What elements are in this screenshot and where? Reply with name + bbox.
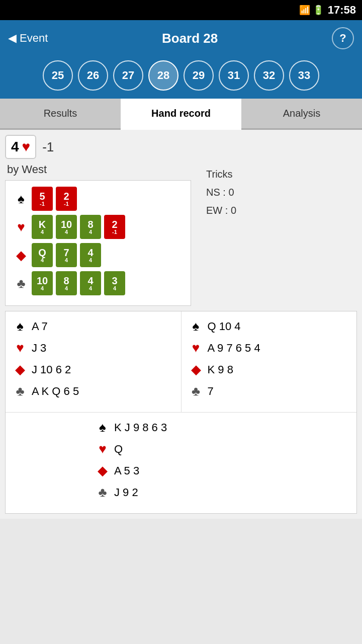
tab-hand-record[interactable]: Hand record xyxy=(121,99,241,130)
north-spade-2: 2-1 xyxy=(56,187,77,211)
north-hand: ♠ 5-1 2-1 ♥ K4 104 xyxy=(5,180,191,306)
north-diamonds-row: ◆ Q4 74 44 xyxy=(14,243,183,267)
north-clubs-row: ♣ 104 84 44 34 xyxy=(14,271,183,295)
west-diamond-icon: ◆ xyxy=(13,362,28,377)
back-label: Event xyxy=(20,32,48,45)
west-east-row: ♠ A 7 ♥ J 3 ◆ J 10 6 2 ♣ A K Q 6 5 xyxy=(6,311,356,412)
help-button[interactable]: ? xyxy=(332,27,354,49)
east-diamonds: ◆ K 9 8 xyxy=(189,362,350,377)
back-icon: ◀ xyxy=(8,32,17,45)
status-icons: 📶 🔋 xyxy=(299,5,324,16)
board-25[interactable]: 25 xyxy=(43,60,73,91)
board-32[interactable]: 32 xyxy=(254,60,284,91)
status-bar: 📶 🔋 17:58 xyxy=(0,0,362,20)
south-diamond-icon: ◆ xyxy=(95,463,110,478)
south-heart-icon: ♥ xyxy=(95,441,110,457)
board-31[interactable]: 31 xyxy=(219,60,249,91)
west-spade-icon: ♠ xyxy=(13,318,28,334)
header: ◀ Event Board 28 ? xyxy=(0,20,362,56)
main-content: 4 ♥ -1 by West ♠ 5-1 2-1 xyxy=(0,130,362,519)
board-29[interactable]: 29 xyxy=(184,60,214,91)
back-button[interactable]: ◀ Event xyxy=(8,32,48,45)
north-hearts-row: ♥ K4 104 84 2-1 xyxy=(14,215,183,239)
tab-bar: Results Hand record Analysis xyxy=(0,99,362,130)
contract-suit-icon: ♥ xyxy=(22,139,31,155)
north-heart-K: K4 xyxy=(32,215,53,239)
west-diamond-cards: J 10 6 2 xyxy=(32,363,71,376)
east-heart-cards: A 9 7 6 5 4 xyxy=(208,342,260,355)
south-diamond-cards: A 5 3 xyxy=(114,464,139,477)
tricks-block: Tricks NS : 0 EW : 0 xyxy=(206,165,236,306)
east-spade-icon: ♠ xyxy=(189,318,204,334)
east-club-icon: ♣ xyxy=(189,383,204,399)
north-club-8: 84 xyxy=(56,271,77,295)
north-heart-2: 2-1 xyxy=(104,215,125,239)
south-section: ♠ K J 9 8 6 3 ♥ Q ◆ A 5 3 ♣ J 9 2 xyxy=(6,412,356,513)
west-heart-icon: ♥ xyxy=(13,340,28,356)
west-diamonds: ◆ J 10 6 2 xyxy=(13,362,174,377)
east-hearts: ♥ A 9 7 6 5 4 xyxy=(189,340,350,356)
tab-analysis[interactable]: Analysis xyxy=(241,99,362,130)
north-diamond-7: 74 xyxy=(56,243,77,267)
club-icon: ♣ xyxy=(14,276,29,291)
contract-level: 4 xyxy=(11,139,19,155)
tricks-ns: NS : 0 xyxy=(206,183,236,201)
east-diamond-cards: K 9 8 xyxy=(208,363,233,376)
diamond-icon: ◆ xyxy=(14,248,29,263)
west-clubs: ♣ A K Q 6 5 xyxy=(13,383,174,399)
north-spades-row: ♠ 5-1 2-1 xyxy=(14,187,183,211)
east-heart-icon: ♥ xyxy=(189,340,204,356)
north-diamond-4: 44 xyxy=(80,243,101,267)
north-club-4: 44 xyxy=(80,271,101,295)
north-club-10: 104 xyxy=(32,271,53,295)
west-club-icon: ♣ xyxy=(13,383,28,399)
west-hearts: ♥ J 3 xyxy=(13,340,174,356)
contract-badge: 4 ♥ xyxy=(5,135,36,159)
board-33[interactable]: 33 xyxy=(289,60,319,91)
west-spade-cards: A 7 xyxy=(32,320,48,333)
board-27[interactable]: 27 xyxy=(113,60,143,91)
heart-icon: ♥ xyxy=(14,219,29,235)
south-diamonds: ◆ A 5 3 xyxy=(95,463,267,478)
page-title: Board 28 xyxy=(162,31,218,46)
east-diamond-icon: ◆ xyxy=(189,362,204,377)
south-hearts: ♥ Q xyxy=(95,441,267,457)
north-diamond-Q: Q4 xyxy=(32,243,53,267)
spade-icon: ♠ xyxy=(14,191,29,207)
south-club-icon: ♣ xyxy=(95,485,110,500)
tricks-label: Tricks xyxy=(206,165,236,183)
west-hand: ♠ A 7 ♥ J 3 ◆ J 10 6 2 ♣ A K Q 6 5 xyxy=(6,311,182,412)
north-heart-10: 104 xyxy=(56,215,77,239)
board-nav: 25 26 27 28 29 31 32 33 xyxy=(0,56,362,99)
south-spade-icon: ♠ xyxy=(95,420,110,435)
hands-layout: ♠ A 7 ♥ J 3 ◆ J 10 6 2 ♣ A K Q 6 5 xyxy=(5,311,357,514)
south-club-cards: J 9 2 xyxy=(114,486,138,499)
north-spade-5: 5-1 xyxy=(32,187,53,211)
west-spades: ♠ A 7 xyxy=(13,318,174,334)
north-heart-8: 84 xyxy=(80,215,101,239)
west-club-cards: A K Q 6 5 xyxy=(32,385,79,398)
south-clubs: ♣ J 9 2 xyxy=(95,485,267,500)
east-clubs: ♣ 7 xyxy=(189,383,350,399)
south-hand: ♠ K J 9 8 6 3 ♥ Q ◆ A 5 3 ♣ J 9 2 xyxy=(88,413,274,513)
contract-by: by West xyxy=(5,163,191,176)
south-spades: ♠ K J 9 8 6 3 xyxy=(95,420,267,435)
contract-result: -1 xyxy=(42,139,54,155)
east-spade-cards: Q 10 4 xyxy=(208,320,241,333)
tricks-ew: EW : 0 xyxy=(206,201,236,219)
west-heart-cards: J 3 xyxy=(32,342,46,355)
help-icon: ? xyxy=(339,32,346,45)
tab-results[interactable]: Results xyxy=(0,99,121,130)
south-spade-cards: K J 9 8 6 3 xyxy=(114,421,167,434)
board-28[interactable]: 28 xyxy=(148,60,178,91)
board-26[interactable]: 26 xyxy=(78,60,108,91)
north-club-3: 34 xyxy=(104,271,125,295)
east-hand: ♠ Q 10 4 ♥ A 9 7 6 5 4 ◆ K 9 8 ♣ 7 xyxy=(182,311,357,412)
east-spades: ♠ Q 10 4 xyxy=(189,318,350,334)
south-heart-cards: Q xyxy=(114,443,123,456)
status-time: 17:58 xyxy=(328,4,356,17)
east-club-cards: 7 xyxy=(208,385,214,398)
